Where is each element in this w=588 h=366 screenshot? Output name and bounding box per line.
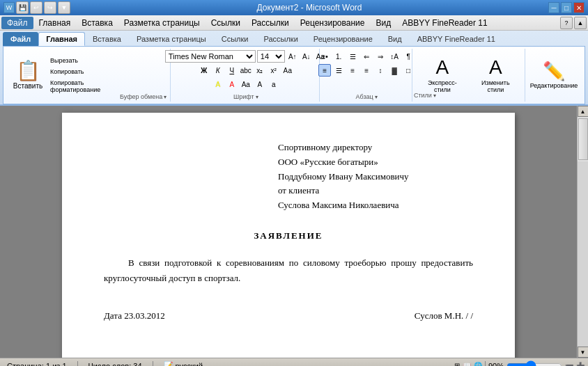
highlight-btn[interactable]: A xyxy=(212,78,224,90)
font-group: Times New Roman 14 A↑ A↓ Aa Ж К Ч abc x₂… xyxy=(172,49,320,102)
header-line-4: от клиента xyxy=(278,184,473,198)
align-right-btn[interactable]: ≡ xyxy=(346,64,359,77)
editing-label: Редактирование xyxy=(530,82,578,89)
line-spacing-btn[interactable]: ↕ xyxy=(374,64,387,77)
tab-abbyy[interactable]: ABBYY FineReader 11 xyxy=(410,32,503,46)
minimize-btn[interactable]: ─ xyxy=(548,2,559,13)
menu-references[interactable]: Ссылки xyxy=(206,17,246,29)
language-status[interactable]: 📝 русский xyxy=(160,360,206,366)
view-layout-btn[interactable]: ⊞ xyxy=(454,362,460,366)
header-line-1: Спортивному директору xyxy=(278,141,473,155)
header-line-5: Суслова Максима Николаевича xyxy=(278,198,473,213)
menu-review[interactable]: Рецензирование xyxy=(295,17,371,29)
font-big-a-btn[interactable]: A xyxy=(254,78,266,90)
font-small-a-btn[interactable]: a xyxy=(268,78,280,90)
copy-button[interactable]: Копировать xyxy=(47,67,120,77)
ribbon-content: 📋 Вставить Вырезать Копировать Копироват… xyxy=(3,46,585,104)
editing-btn[interactable]: ✏️ Редактирование xyxy=(527,59,582,92)
font-color-btn[interactable]: A xyxy=(226,78,238,90)
strikethrough-btn[interactable]: abc xyxy=(240,64,252,77)
spell-check-icon: 📝 xyxy=(164,361,173,366)
ribbon-toggle-icon[interactable]: ▲ xyxy=(574,17,587,29)
language-text: русский xyxy=(176,362,203,367)
tab-review[interactable]: Рецензирование xyxy=(306,32,380,46)
tab-file[interactable]: Файл xyxy=(3,32,38,46)
grow-font-btn[interactable]: A↑ xyxy=(286,50,299,63)
tab-references[interactable]: Ссылки xyxy=(214,32,256,46)
menu-view[interactable]: Вид xyxy=(370,17,396,29)
vertical-scrollbar[interactable]: ▲ ▼ xyxy=(577,106,588,358)
menu-abbyy[interactable]: ABBYY FineReader 11 xyxy=(396,17,493,29)
font-row-3: A A Aa A a xyxy=(212,78,280,90)
page-count: Страница: 1 из 1 xyxy=(3,361,70,367)
change-styles-btn[interactable]: A Изменить стили xyxy=(470,55,521,96)
shrink-font-btn[interactable]: A↓ xyxy=(300,50,313,63)
view-reading-btn[interactable]: 📖 xyxy=(463,362,471,366)
font-name-select[interactable]: Times New Roman xyxy=(165,50,256,63)
multilevel-btn[interactable]: ☰ xyxy=(346,50,359,63)
zoom-in-btn[interactable]: ➕ xyxy=(576,362,585,366)
tab-home[interactable]: Главная xyxy=(38,32,85,46)
show-formatting-btn[interactable]: ¶ xyxy=(402,50,415,63)
zoom-out-btn[interactable]: ➖ xyxy=(565,362,573,366)
shading-btn[interactable]: ▓ xyxy=(388,64,401,77)
justify-btn[interactable]: ≡ xyxy=(360,64,373,77)
paste-label: Вставить xyxy=(13,82,42,90)
window-icons: W 💾 ↩ ↪ ▼ xyxy=(3,1,70,14)
tab-view[interactable]: Вид xyxy=(380,32,410,46)
header-line-3: Поддубному Ивану Максимовичу xyxy=(278,170,473,184)
italic-btn[interactable]: К xyxy=(212,64,224,77)
scroll-area[interactable]: Спортивному директору ООО «Русские богат… xyxy=(0,106,577,358)
change-case-btn[interactable]: Аа xyxy=(281,64,294,77)
menu-file[interactable]: Файл xyxy=(1,17,33,29)
zoom-slider[interactable] xyxy=(506,360,562,367)
quick-redo-btn[interactable]: ↪ xyxy=(44,1,56,14)
paragraph-group: ≡• 1. ☰ ⇐ ⇒ ↕A ¶ ≡ ☰ ≡ ≡ ↕ ▓ □ Абзац ▾ xyxy=(321,49,412,102)
menu-home[interactable]: Главная xyxy=(33,17,77,29)
view-web-btn[interactable]: 🌐 xyxy=(474,362,482,366)
word-count-text: Число слов: 34 xyxy=(88,362,142,367)
superscript-btn[interactable]: x² xyxy=(268,64,280,77)
bullets-btn[interactable]: ≡• xyxy=(318,50,331,63)
menu-mailings[interactable]: Рассылки xyxy=(246,17,295,29)
paste-icon: 📋 xyxy=(16,61,40,81)
font-aa-btn[interactable]: Aa xyxy=(240,78,252,90)
zoom-text: 90% xyxy=(488,362,504,367)
maximize-btn[interactable]: □ xyxy=(561,2,572,13)
borders-btn[interactable]: □ xyxy=(402,64,415,77)
scroll-down-btn[interactable]: ▼ xyxy=(578,347,589,358)
scroll-up-btn[interactable]: ▲ xyxy=(578,106,589,117)
quick-dropdown-btn[interactable]: ▼ xyxy=(58,1,70,14)
quick-undo-btn[interactable]: ↩ xyxy=(30,1,42,14)
para-row-1: ≡• 1. ☰ ⇐ ⇒ ↕A ¶ xyxy=(318,50,415,63)
menu-page-layout[interactable]: Разметка страницы xyxy=(118,17,206,29)
change-styles-icon: A xyxy=(489,57,502,79)
tab-insert[interactable]: Вставка xyxy=(85,32,129,46)
decrease-indent-btn[interactable]: ⇐ xyxy=(360,50,373,63)
ribbon: Файл Главная Вставка Разметка страницы С… xyxy=(0,31,588,106)
window-controls: ─ □ ✕ xyxy=(548,2,585,13)
express-styles-btn[interactable]: A Экспресс-стили xyxy=(417,55,467,96)
help-minimize-icon[interactable]: ? xyxy=(560,17,573,29)
tab-page-layout[interactable]: Разметка страницы xyxy=(129,32,214,46)
align-center-btn[interactable]: ☰ xyxy=(332,64,345,77)
document-page[interactable]: Спортивному директору ООО «Русские богат… xyxy=(62,113,515,358)
font-label: Шрифт ▾ xyxy=(233,92,258,100)
increase-indent-btn[interactable]: ⇒ xyxy=(374,50,387,63)
cut-button[interactable]: Вырезать xyxy=(47,56,120,65)
sort-btn[interactable]: ↕A xyxy=(388,50,401,63)
paste-button[interactable]: 📋 Вставить xyxy=(10,50,45,100)
quick-save-btn[interactable]: 💾 xyxy=(16,1,29,14)
editing-group: ✏️ Редактирование xyxy=(527,49,581,102)
close-btn[interactable]: ✕ xyxy=(573,2,585,13)
bold-btn[interactable]: Ж xyxy=(198,64,210,77)
subscript-btn[interactable]: x₂ xyxy=(254,64,266,77)
scroll-thumb[interactable] xyxy=(578,118,588,160)
menu-insert[interactable]: Вставка xyxy=(76,17,118,29)
underline-btn[interactable]: Ч xyxy=(226,64,238,77)
tab-mailings[interactable]: Рассылки xyxy=(256,32,305,46)
font-size-select[interactable]: 14 xyxy=(257,50,285,63)
format-painter-button[interactable]: Копировать форматирование xyxy=(47,78,120,95)
align-left-btn[interactable]: ≡ xyxy=(318,64,331,77)
numbering-btn[interactable]: 1. xyxy=(332,50,345,63)
